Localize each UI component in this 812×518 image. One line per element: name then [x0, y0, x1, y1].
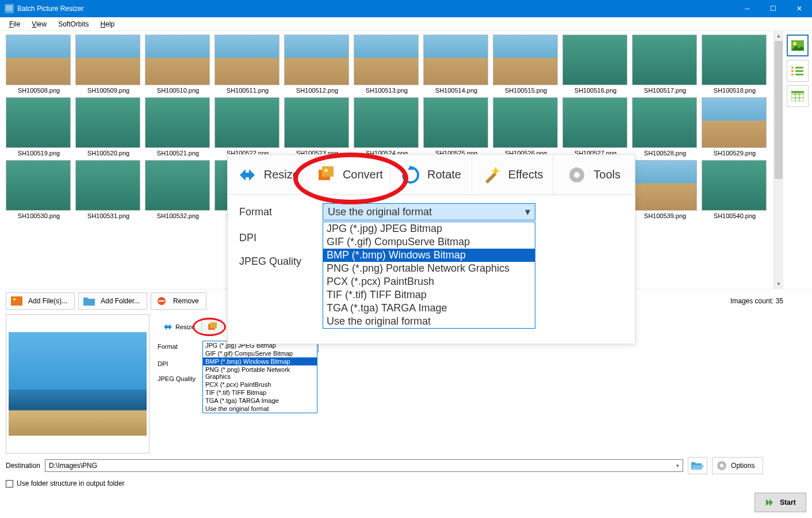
tab-convert-large[interactable]: Convert [309, 155, 391, 195]
browse-folder-button[interactable] [688, 457, 707, 474]
thumbnail-item[interactable]: SH100508.png [6, 35, 72, 94]
tab-tools-large[interactable]: Tools [553, 155, 635, 195]
thumbnail-item[interactable]: SH100510.png [145, 35, 211, 94]
format-option[interactable]: PCX (*.pcx) PaintBrush [323, 275, 535, 288]
thumbnail-caption: SH100517.png [632, 87, 698, 94]
thumbnail-item[interactable]: SH100516.png [562, 35, 629, 94]
menu-file[interactable]: File [3, 20, 26, 28]
effects-icon [482, 165, 501, 185]
format-option[interactable]: TIF (*.tif) TIFF Bitmap [323, 288, 535, 302]
thumbnail-item[interactable]: SH100518.png [702, 35, 768, 94]
remove-icon [156, 296, 167, 306]
tab-convert-small[interactable] [201, 319, 222, 334]
thumbnail-caption: SH100516.png [562, 87, 629, 94]
thumbnail-image [493, 97, 558, 148]
tab-rotate-large[interactable]: Rotate [390, 155, 472, 195]
menu-view[interactable]: View [26, 20, 52, 28]
folder-structure-checkbox[interactable] [6, 480, 13, 487]
thumbnail-item[interactable]: SH100519.png [6, 97, 72, 157]
thumbnail-item[interactable]: SH100523.png [284, 97, 350, 157]
format-option[interactable]: BMP (*.bmp) Windows Bitmap [203, 357, 317, 365]
thumbnail-caption: SH100530.png [6, 212, 72, 219]
thumbnail-image [562, 35, 627, 85]
add-folder-button[interactable]: Add Folder... [78, 292, 147, 310]
thumbnail-item[interactable]: SH100532.png [145, 160, 211, 219]
thumbnail-image [423, 97, 488, 148]
thumbnail-image [632, 35, 697, 85]
gear-icon [716, 460, 727, 471]
jpeg-label-small: JPEG Quality [158, 375, 204, 382]
thumbnail-item[interactable]: SH100525.png [423, 97, 489, 157]
format-option[interactable]: TGA (*.tga) TARGA Image [203, 397, 317, 405]
view-thumbnails-button[interactable] [787, 35, 809, 56]
thumbnail-item[interactable]: SH100539.png [632, 160, 698, 219]
thumbnail-item[interactable]: SH100527.png [562, 97, 629, 157]
thumbnail-item[interactable]: SH100511.png [215, 35, 281, 94]
format-option[interactable]: BMP (*.bmp) Windows Bitmap [323, 249, 535, 262]
format-option[interactable]: TGA (*.tga) TARGA Image [323, 302, 535, 315]
view-list-button[interactable] [787, 60, 809, 82]
format-dropdown-small[interactable]: JPG (*.jpg) JPEG BitmapGIF (*.gif) Compu… [202, 341, 317, 413]
svg-rect-25 [322, 166, 334, 177]
thumbnail-caption: SH100539.png [632, 212, 698, 219]
thumbnail-item[interactable]: SH100515.png [493, 35, 559, 94]
scroll-thumb[interactable] [775, 41, 783, 179]
minimize-button[interactable]: ─ [734, 0, 760, 17]
thumbnail-item[interactable]: SH100521.png [145, 97, 211, 157]
remove-button[interactable]: Remove [151, 292, 206, 310]
format-option[interactable]: Use the original format [323, 315, 535, 328]
start-button[interactable]: Start [754, 493, 806, 512]
format-option[interactable]: PNG (*.png) Portable Network Graphics [203, 365, 317, 380]
tab-resize-small[interactable]: Resize [158, 319, 200, 334]
gear-icon [567, 165, 587, 185]
svg-rect-5 [791, 67, 794, 68]
options-button[interactable]: Options [712, 457, 763, 474]
scroll-down-icon[interactable]: ▼ [774, 279, 783, 289]
thumbnail-item[interactable]: SH100520.png [75, 97, 141, 157]
thumbnail-image [145, 160, 210, 211]
format-option[interactable]: PCX (*.pcx) PaintBrush [203, 380, 317, 389]
thumbnail-item[interactable]: SH100513.png [354, 35, 420, 94]
thumbnail-item[interactable]: SH100528.png [632, 97, 698, 157]
format-combo-large[interactable]: Use the original format [323, 203, 535, 220]
svg-point-26 [324, 169, 328, 172]
destination-input[interactable]: D:\Images\PNG [45, 459, 683, 472]
format-option[interactable]: Use the original format [203, 405, 317, 413]
format-option[interactable]: GIF (*.gif) CompuServe Bitmap [203, 349, 317, 357]
format-option[interactable]: GIF (*.gif) CompuServe Bitmap [323, 235, 535, 249]
vertical-scrollbar[interactable]: ▲ ▼ [773, 31, 783, 289]
tab-resize-large[interactable]: Resize [228, 155, 309, 195]
thumbnail-item[interactable]: SH100531.png [75, 160, 141, 219]
maximize-button[interactable]: ☐ [760, 0, 786, 17]
convert-icon [206, 322, 217, 332]
format-option[interactable]: PNG (*.png) Portable Network Graphics [323, 262, 535, 275]
format-option[interactable]: JPG (*.jpg) JPEG Bitmap [323, 222, 535, 235]
format-option[interactable]: TIF (*.tif) TIFF Bitmap [203, 389, 317, 397]
preview-pane [6, 314, 150, 454]
thumbnail-item[interactable]: SH100540.png [702, 160, 768, 219]
thumbnail-image [562, 97, 627, 148]
format-dropdown-large[interactable]: JPG (*.jpg) JPEG BitmapGIF (*.gif) Compu… [323, 222, 535, 329]
menu-help[interactable]: Help [95, 20, 121, 28]
thumbnail-item[interactable]: SH100530.png [6, 160, 72, 219]
thumbnail-caption: SH100518.png [702, 87, 768, 94]
thumbnail-item[interactable]: SH100512.png [284, 35, 350, 94]
thumbnail-item[interactable]: SH100526.png [493, 97, 559, 157]
close-button[interactable]: ✕ [786, 0, 812, 17]
view-details-button[interactable] [787, 85, 809, 107]
thumbnail-item[interactable]: SH100522.png [215, 97, 281, 157]
scroll-up-icon[interactable]: ▲ [774, 31, 783, 41]
destination-label: Destination [6, 462, 40, 470]
thumbnail-item[interactable]: SH100524.png [354, 97, 420, 157]
menu-softorbits[interactable]: SoftOrbits [52, 20, 94, 28]
thumbnail-image [284, 97, 349, 148]
add-files-button[interactable]: Add File(s)... [6, 292, 75, 310]
svg-point-23 [720, 464, 723, 467]
thumbnail-item[interactable]: SH100517.png [632, 35, 698, 94]
thumbnail-item[interactable]: SH100514.png [423, 35, 489, 94]
tab-effects-large[interactable]: Effects [472, 155, 554, 195]
window-title: Batch Picture Resizer [17, 5, 734, 13]
thumbnail-item[interactable]: SH100509.png [75, 35, 141, 94]
thumbnail-item[interactable]: SH100529.png [702, 97, 768, 157]
app-icon [5, 4, 14, 13]
